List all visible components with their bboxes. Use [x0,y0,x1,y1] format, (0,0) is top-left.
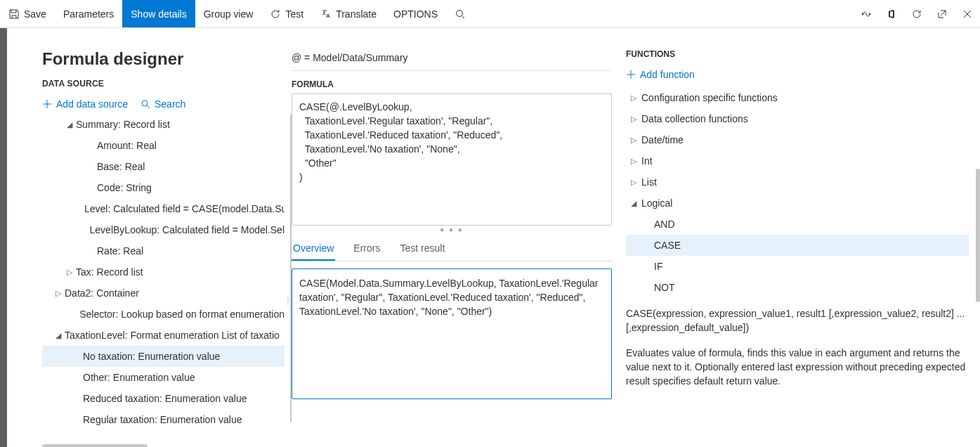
office-icon [886,8,897,20]
functions-vscroll[interactable] [976,169,980,380]
resize-dots-icon[interactable]: ⋮⋮ [285,299,292,304]
data-source-tree[interactable]: ◢Summary: Record listAmount: RealBase: R… [42,114,285,447]
add-data-source-button[interactable]: Add data source [42,98,128,110]
page-title: Formula designer [42,49,292,69]
tree-node-label: Rate: Real [97,245,143,257]
show-details-label: Show details [131,8,186,20]
tree-hscroll[interactable] [42,444,148,447]
tree-node[interactable]: Other: Enumeration value [42,367,285,388]
tree-node[interactable]: Regular taxation: Enumeration value [42,409,285,430]
twisty-icon[interactable]: ◢ [63,120,76,129]
connector-icon-button[interactable] [854,0,879,27]
function-item[interactable]: CASE [626,235,969,256]
tree-node[interactable]: No taxation: Enumeration value [42,346,285,367]
data-source-label: DATA SOURCE [42,79,292,89]
tree-node-label: Reduced taxation: Enumeration value [83,393,247,404]
tree-node[interactable]: LevelByLookup: Calculated field = Model.… [42,219,285,240]
function-group[interactable]: ▷Int [626,150,969,171]
formula-panel: ⋮⋮ @ = Model/Data/Summary FORMULA CASE(@… [292,49,620,447]
function-group[interactable]: ◢Logical [626,193,969,214]
translate-label: Translate [336,8,377,20]
twisty-icon[interactable]: ▷ [52,289,65,298]
function-item[interactable]: NOT [626,277,969,298]
show-details-button[interactable]: Show details [122,0,195,27]
tree-node-label: Data2: Container [65,287,139,299]
options-label: OPTIONS [393,8,438,20]
popout-icon-button[interactable] [929,0,955,27]
tree-node[interactable]: ◢TaxationLevel: Format enumeration List … [42,325,285,346]
data-source-search-button[interactable]: Search [141,98,185,110]
twisty-icon[interactable]: ▷ [626,115,641,124]
function-item[interactable]: IF [626,256,969,277]
options-button[interactable]: OPTIONS [385,0,446,27]
tree-node[interactable]: Amount: Real [42,135,285,156]
tree-node-label: Level: Calculated field = CASE(model.Dat… [84,203,285,214]
function-group[interactable]: ▷Configuration specific functions [626,87,969,108]
twisty-icon[interactable]: ▷ [63,268,76,277]
svg-line-5 [147,105,150,108]
tree-node-label: Base: Real [97,161,145,172]
tree-node[interactable]: ▷Tax: Record list [42,261,285,283]
functions-vscroll-thumb[interactable] [976,169,980,302]
svg-point-3 [869,13,871,15]
result-tabs: Overview Errors Test result [292,237,612,261]
twisty-icon[interactable]: ▷ [626,136,641,145]
tree-node-label: Code: String [97,182,152,193]
data-source-tree-wrap: ◢Summary: Record listAmount: RealBase: R… [42,114,292,447]
reload-icon-button[interactable] [904,0,929,27]
formula-editor[interactable]: CASE(@.LevelByLookup, TaxationLevel.'Reg… [292,93,612,226]
tab-errors[interactable]: Errors [352,237,381,261]
function-group[interactable]: ▷Date/time [626,129,969,150]
tab-test-result[interactable]: Test result [398,237,446,261]
save-button[interactable]: Save [0,0,55,27]
tree-node[interactable]: Base: Real [42,156,285,177]
test-button[interactable]: Test [261,0,312,27]
office-icon-button[interactable] [879,0,904,27]
resize-handle-icon[interactable]: ● ● ● [292,226,612,235]
tree-node[interactable]: Code: String [42,177,285,198]
function-group-label: Configuration specific functions [641,92,778,103]
alias-row: @ = Model/Data/Summary [292,49,612,71]
functions-list[interactable]: ▷Configuration specific functions▷Data c… [626,87,969,298]
add-function-button[interactable]: Add function [626,69,969,80]
twisty-icon[interactable]: ▷ [626,93,641,103]
formula-label: FORMULA [292,79,612,89]
tree-node[interactable]: Rate: Real [42,240,285,261]
twisty-icon[interactable]: ▷ [626,178,641,187]
tree-node[interactable]: ▷Data2: Container [42,283,285,304]
main: Formula designer DATA SOURCE Add data so… [0,28,980,447]
function-group-label: Logical [641,197,672,209]
translate-button[interactable]: Translate [312,0,385,27]
parameters-button[interactable]: Parameters [55,0,122,27]
tree-node[interactable]: ◢Summary: Record list [42,114,285,135]
svg-point-2 [862,13,864,15]
twisty-icon[interactable]: ◢ [52,331,65,340]
tree-node-label: Summary: Record list [76,119,170,130]
group-view-button[interactable]: Group view [195,0,262,27]
close-icon-button[interactable] [955,0,980,27]
tree-node-label: LevelByLookup: Calculated field = Model.… [90,224,285,235]
functions-panel: FUNCTIONS Add function ▷Configuration sp… [620,49,980,447]
svg-point-0 [457,10,463,16]
function-group-label: Data collection functions [641,113,748,124]
twisty-icon[interactable]: ◢ [626,199,641,208]
tree-node-label: Other: Enumeration value [83,372,195,383]
content: Formula designer DATA SOURCE Add data so… [7,28,980,447]
function-item-label: CASE [654,240,681,251]
function-item[interactable]: AND [626,214,969,235]
toolbar-search-button[interactable] [446,0,474,27]
function-group[interactable]: ▷Data collection functions [626,108,969,129]
close-icon [962,8,973,20]
left-rail [0,28,7,447]
tree-node[interactable]: Reduced taxation: Enumeration value [42,388,285,409]
add-data-source-label: Add data source [56,98,128,110]
tree-node[interactable]: Level: Calculated field = CASE(model.Dat… [42,198,285,219]
tree-node-label: TaxationLevel: Format enumeration List o… [65,330,280,341]
svg-point-4 [142,101,148,106]
popout-icon [936,8,948,20]
function-group[interactable]: ▷List [626,171,969,193]
function-signature: CASE(expression, expression_value1, resu… [626,306,969,335]
tree-node[interactable]: Selector: Lookup based on format enumera… [42,304,285,325]
twisty-icon[interactable]: ▷ [626,157,641,166]
tab-overview[interactable]: Overview [292,237,335,261]
